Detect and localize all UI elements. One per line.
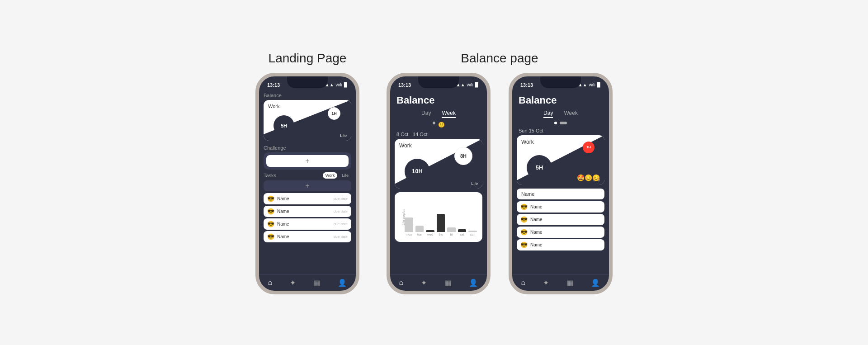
tasks-label: Tasks — [264, 173, 276, 178]
bar-fri — [447, 227, 456, 232]
balance-card-large-3[interactable]: Work 5H 1H 🤩😊😊 Life — [517, 135, 604, 185]
status-time-3: 13:13 — [520, 82, 533, 88]
dot-active — [554, 122, 557, 124]
dot-smiley: 🙂 — [438, 122, 445, 128]
task-left: 😎 Name — [267, 233, 289, 240]
balance-section-title: Balance page — [461, 51, 538, 66]
status-time: 13:13 — [267, 82, 280, 88]
balance-card[interactable]: Work 5H 1H Life — [264, 100, 351, 141]
label-wed: wed — [426, 233, 434, 236]
person-icon-2[interactable]: 👤 — [469, 279, 478, 287]
chart-bars — [398, 196, 479, 232]
balance-section-header: Balance — [259, 91, 356, 100]
phones-pair: 13:13 ▲▲▲ wifi ▉ Balance Day — [387, 73, 613, 294]
balance-tabs: Day Week — [390, 108, 487, 120]
wifi-icon-2: wifi — [467, 82, 473, 87]
tasks-section: Tasks Work Life + 😎 Name — [264, 172, 351, 242]
home-icon[interactable]: ⌂ — [268, 279, 273, 287]
label-sun: sun — [468, 233, 477, 236]
chart-section: Life surplus — [395, 192, 482, 242]
tasks-add-button[interactable]: + — [264, 180, 351, 191]
phone-content-3: Balance Day Week Sun 15 Oct — [512, 91, 609, 274]
table-row[interactable]: 😎 Name due date — [264, 218, 351, 230]
work-hours-lg: 10H — [405, 159, 430, 184]
work-hours-circle: 5H — [274, 115, 294, 136]
name-field[interactable]: Name — [517, 189, 604, 199]
bar-sat — [458, 229, 467, 232]
day-task-1[interactable]: 😎 Name — [517, 201, 604, 213]
page-indicator: 🙂 — [390, 120, 487, 130]
table-row[interactable]: 😎 Name due date — [264, 231, 351, 242]
task-emoji: 😎 — [267, 208, 274, 215]
tab-week-day[interactable]: Week — [564, 110, 577, 118]
bar-thu — [437, 214, 445, 232]
balance-section: Balance page 13:13 ▲▲▲ wifi ▉ — [387, 51, 613, 294]
dot-line — [560, 122, 567, 124]
task-emoji-2: 😎 — [520, 216, 528, 223]
bar-sat-inner — [458, 229, 467, 232]
calendar-icon-2[interactable]: ▦ — [444, 279, 451, 287]
puzzle-icon-3[interactable]: ✦ — [543, 279, 549, 287]
calendar-icon-3[interactable]: ▦ — [566, 279, 573, 287]
tab-week-week[interactable]: Week — [442, 110, 455, 118]
balance-page-header-3: Balance — [512, 91, 609, 108]
bar-tue — [415, 226, 424, 232]
task-due: due date — [334, 222, 348, 226]
emoji-badge: 🤩😊😊 — [577, 174, 600, 181]
tab-life[interactable]: Life — [339, 172, 351, 179]
task-left: 😎 Name — [267, 208, 289, 215]
bottom-nav-2: ⌂ ✦ ▦ 👤 — [390, 274, 487, 291]
life-label-lg: Life — [471, 181, 478, 186]
tab-day-week[interactable]: Day — [421, 110, 431, 118]
task-emoji: 😎 — [267, 195, 274, 202]
bar-mon — [405, 217, 413, 232]
battery-icon-2: ▉ — [475, 82, 479, 87]
phones-row: Landing Page 13:13 ▲▲▲ wifi ▉ Balance — [255, 51, 613, 294]
tab-work[interactable]: Work — [323, 172, 338, 179]
task-name-3: Name — [530, 230, 542, 235]
phone-notch — [287, 76, 328, 88]
task-emoji: 😎 — [267, 233, 274, 240]
task-due: due date — [334, 197, 348, 201]
chart-x-labels: mon tue wed thu fri sat sun — [398, 233, 479, 236]
date-label-3: Sun 15 Oct — [512, 126, 609, 135]
wifi-icon: wifi — [336, 82, 342, 87]
task-left-3: 😎 Name — [520, 229, 542, 236]
day-task-4[interactable]: 😎 Name — [517, 239, 604, 250]
person-icon[interactable]: 👤 — [338, 279, 347, 287]
task-emoji: 😎 — [267, 221, 274, 227]
task-emoji-4: 😎 — [520, 241, 528, 248]
challenge-add-button[interactable]: + — [266, 155, 349, 167]
task-left: 😎 Name — [267, 221, 289, 227]
day-task-2[interactable]: 😎 Name — [517, 214, 604, 225]
table-row[interactable]: 😎 Name due date — [264, 193, 351, 204]
puzzle-icon[interactable]: ✦ — [290, 279, 296, 287]
day-task-3[interactable]: 😎 Name — [517, 227, 604, 238]
task-name: Name — [277, 222, 289, 227]
task-due: due date — [334, 209, 348, 213]
label-fri: fri — [447, 233, 456, 236]
task-list: 😎 Name due date 😎 Name due date — [264, 193, 351, 242]
label-tue: tue — [415, 233, 424, 236]
work-hours-3: 5H — [527, 155, 552, 180]
task-name-1: Name — [530, 204, 542, 209]
date-range-label: 8 Oct - 14 Oct — [390, 130, 487, 139]
home-icon-2[interactable]: ⌂ — [399, 279, 404, 287]
tab-day-day[interactable]: Day — [543, 110, 553, 118]
bottom-nav: ⌂ ✦ ▦ 👤 — [259, 274, 356, 291]
bar-sun-inner — [468, 231, 477, 232]
bar-tue-inner — [415, 226, 424, 232]
puzzle-icon-2[interactable]: ✦ — [421, 279, 427, 287]
task-name: Name — [277, 209, 289, 214]
label-thu: thu — [437, 233, 445, 236]
task-left-2: 😎 Name — [520, 216, 542, 223]
table-row[interactable]: 😎 Name due date — [264, 206, 351, 217]
task-due: due date — [334, 235, 348, 239]
phone-notch-3 — [540, 76, 581, 88]
person-icon-3[interactable]: 👤 — [591, 279, 600, 287]
calendar-icon[interactable]: ▦ — [313, 279, 320, 287]
home-icon-3[interactable]: ⌂ — [521, 279, 526, 287]
phone-notch-2 — [418, 76, 459, 88]
balance-card-large[interactable]: Work 10H 8H Life — [395, 139, 482, 189]
page-container: Landing Page 13:13 ▲▲▲ wifi ▉ Balance — [0, 38, 868, 308]
